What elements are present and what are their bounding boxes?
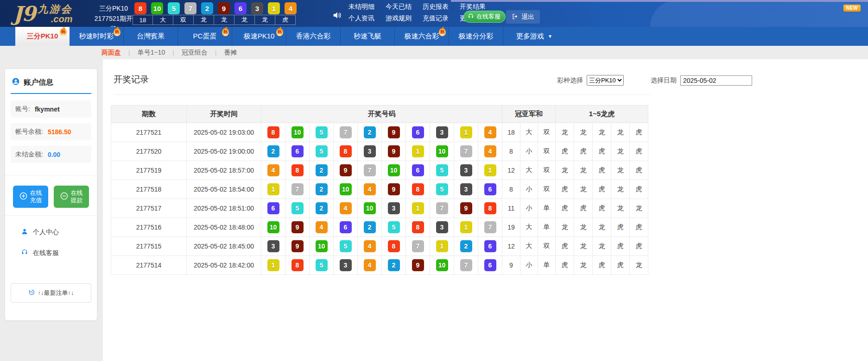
lottery-ball-6: 6: [291, 145, 304, 157]
top-header: J9 九游会 .com 三分PK10 2177521期开奖 8105729631…: [0, 0, 868, 27]
subnav-separator: |: [172, 49, 174, 56]
subnav-item-两面盘[interactable]: 两面盘: [100, 49, 123, 57]
site-logo[interactable]: J9 九游会 .com: [13, 2, 72, 25]
sum-cell: 19: [502, 218, 520, 237]
hot-label: 熱: [61, 29, 65, 35]
nav-tab-极速六合彩[interactable]: 极速六合彩熱: [395, 27, 449, 46]
logout-button[interactable]: 退出: [506, 10, 540, 24]
header-menu-item[interactable]: 个人资讯: [348, 14, 374, 23]
header-menu-item[interactable]: 充值记录: [423, 14, 449, 23]
sum-cell: 12: [502, 237, 520, 256]
subnav-item-番摊[interactable]: 番摊: [222, 49, 239, 57]
nav-tab-台灣賓果[interactable]: 台灣賓果: [124, 27, 178, 46]
hot-label: 熱: [115, 29, 119, 35]
title-underline: [11, 93, 91, 94]
deposit-line2: 充值: [30, 197, 42, 204]
lottery-ball-5: 5: [291, 202, 304, 214]
lottery-ball-4: 4: [340, 202, 352, 214]
lottery-ball-10: 10: [316, 240, 328, 252]
lottery-select[interactable]: 三分PK10: [587, 75, 624, 86]
nav-tab-秒速时时彩[interactable]: 秒速时时彩熱: [70, 27, 124, 46]
lottery-ball-5: 5: [436, 164, 448, 176]
nav-tab-香港六合彩[interactable]: 香港六合彩: [286, 27, 341, 46]
subnav-item-冠亚组合[interactable]: 冠亚组合: [180, 49, 209, 57]
lottery-ball-5: 5: [316, 126, 328, 138]
time-cell: 2025-05-02 18:54:00: [187, 180, 261, 199]
personal-center-link[interactable]: 个人中心: [21, 228, 91, 237]
header-summary-cell: 龙: [234, 15, 255, 25]
deposit-button[interactable]: 在线 充值: [13, 186, 48, 208]
column-header: 期数: [111, 106, 187, 123]
ball-cell: 7: [454, 142, 478, 161]
speaker-icon[interactable]: [332, 10, 342, 20]
ball-cell: 2: [454, 237, 478, 256]
header-menu-item[interactable]: 未结明细: [348, 3, 374, 11]
size-cell: 小: [520, 256, 538, 275]
column-header: 冠亚军和: [502, 106, 556, 123]
account-field-label: 帐号余额:: [15, 128, 43, 136]
customer-service-link[interactable]: 在线客服: [21, 249, 91, 257]
headset-icon: [468, 13, 474, 21]
new-badge: NEW: [843, 5, 861, 12]
subnav-item-单号1~10[interactable]: 单号1~10: [136, 49, 167, 57]
ball-cell: 6: [478, 256, 502, 275]
issue-cell: 2177520: [111, 142, 187, 161]
nav-tab-极速PK10[interactable]: 极速PK10熱: [232, 27, 286, 46]
parity-cell: 双: [538, 180, 556, 199]
lottery-ball-7: 7: [412, 240, 424, 252]
ball-cell: 6: [261, 199, 285, 218]
latest-orders-button[interactable]: ↑↓最新注单↑↓: [11, 283, 91, 303]
header-menu-item[interactable]: 开奖结果: [460, 3, 486, 11]
ball-cell: 1: [261, 180, 285, 199]
lottery-ball-3: 3: [460, 183, 472, 195]
dragon-tiger-cell: 虎: [630, 237, 648, 256]
lottery-ball-5: 5: [316, 259, 328, 271]
ball-cell: 10: [358, 199, 382, 218]
ball-cell: 4: [334, 199, 358, 218]
nav-tab-极速分分彩[interactable]: 极速分分彩: [449, 27, 503, 46]
size-cell: 小: [520, 180, 538, 199]
nav-tabs: 三分PK10熱秒速时时彩熱台灣賓果PC蛋蛋熱极速PK10熱香港六合彩秒速飞艇极速…: [15, 27, 503, 46]
nav-tab-PC蛋蛋[interactable]: PC蛋蛋熱: [178, 27, 232, 46]
headset-icon: [21, 249, 28, 257]
ball-cell: 7: [478, 218, 502, 237]
dragon-tiger-cell: 虎: [630, 142, 648, 161]
header-menu-item[interactable]: 今天已结: [386, 3, 412, 11]
logout-label: 退出: [521, 13, 534, 21]
dragon-tiger-cell: 虎: [593, 199, 611, 218]
withdraw-button[interactable]: 在线 提款: [54, 186, 89, 208]
ball-cell: 3: [334, 256, 358, 275]
hot-flame-icon: 熱: [276, 28, 283, 36]
minus-circle-icon: [60, 192, 68, 202]
lottery-ball-3: 3: [388, 202, 400, 214]
more-games-menu[interactable]: 更多游戏 ▼: [503, 27, 565, 46]
lottery-ball-7: 7: [364, 164, 376, 176]
size-cell: 大: [520, 123, 538, 142]
sub-nav: 两面盘|单号1~10|冠亚组合|番摊: [0, 46, 868, 59]
ball-cell: 10: [261, 218, 285, 237]
parity-cell: 双: [538, 237, 556, 256]
table-row: 21775142025-05-02 18:42:00185342910769小单…: [111, 256, 648, 275]
date-input[interactable]: [680, 75, 752, 86]
nav-tab-三分PK10[interactable]: 三分PK10熱: [15, 27, 70, 46]
dragon-tiger-cell: 龙: [611, 161, 630, 180]
header-menu-item[interactable]: 历史报表: [423, 3, 449, 11]
header-summary-cell: 大: [153, 15, 173, 25]
online-service-button[interactable]: 在线客服: [463, 11, 506, 23]
ball-cell: 6: [334, 218, 358, 237]
account-info-header: 账户信息: [11, 75, 91, 93]
history-icon: [28, 289, 35, 297]
lottery-ball-7: 7: [184, 2, 196, 14]
size-cell: 小: [520, 199, 538, 218]
nav-tab-秒速飞艇[interactable]: 秒速飞艇: [341, 27, 395, 46]
size-cell: 大: [520, 218, 538, 237]
lottery-ball-5: 5: [436, 183, 448, 195]
lottery-ball-2: 2: [316, 164, 328, 176]
lottery-ball-6: 6: [484, 183, 496, 195]
result-controls: 彩种选择 三分PK10 选择日期: [557, 75, 752, 86]
ball-cell: 9: [285, 237, 310, 256]
dragon-tiger-cell: 龙: [574, 180, 593, 199]
ball-cell: 8: [406, 180, 430, 199]
lottery-ball-6: 6: [412, 164, 424, 176]
header-menu-item[interactable]: 游戏规则: [386, 14, 412, 23]
